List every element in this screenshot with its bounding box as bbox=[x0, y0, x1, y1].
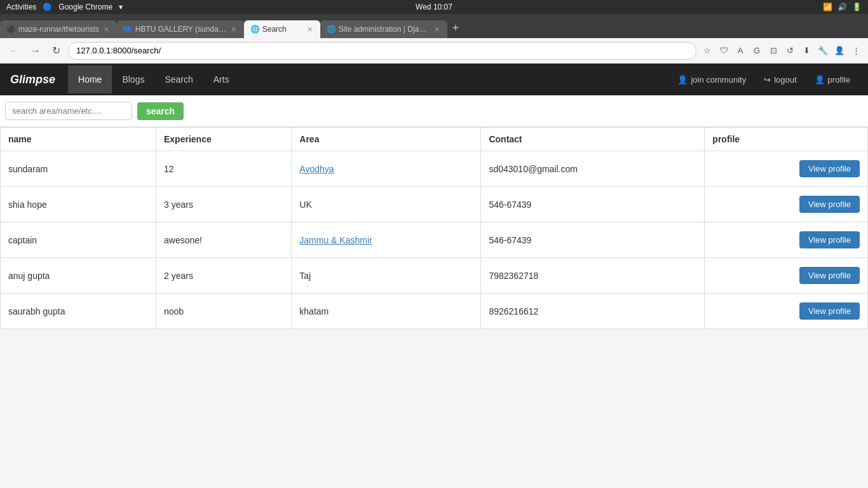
results-table-container: name Experience Area Contact profile sun… bbox=[0, 127, 868, 329]
forward-button[interactable]: → bbox=[27, 43, 44, 59]
tab-close-2[interactable]: ✕ bbox=[229, 24, 238, 35]
cell-experience: noob bbox=[156, 294, 292, 329]
col-experience: Experience bbox=[156, 128, 292, 151]
ext4-icon[interactable]: ↺ bbox=[783, 44, 797, 58]
cell-profile: View profile bbox=[705, 151, 868, 187]
bookmark-icon[interactable]: ☆ bbox=[700, 44, 714, 58]
col-area: Area bbox=[292, 128, 481, 151]
table-row: sundaram12Ayodhyasd043010@gmail.comView … bbox=[1, 151, 868, 187]
search-button[interactable]: search bbox=[137, 102, 184, 120]
cell-name: anuj gupta bbox=[1, 258, 156, 294]
profile-button[interactable]: 👤 profile bbox=[807, 70, 858, 90]
menu-button[interactable]: ⋮ bbox=[849, 44, 863, 58]
table-row: anuj gupta2 yearsTaj7982362718View profi… bbox=[1, 258, 868, 294]
ext1-icon[interactable]: A bbox=[733, 44, 747, 58]
view-profile-button[interactable]: View profile bbox=[799, 231, 860, 248]
cell-experience: 3 years bbox=[156, 187, 292, 222]
cell-contact: 546-67439 bbox=[481, 222, 705, 258]
join-community-button[interactable]: 👤 join community bbox=[670, 70, 754, 90]
profile-label: profile bbox=[828, 75, 850, 85]
area-link[interactable]: Ayodhya bbox=[299, 164, 334, 174]
tab-bar: ⚫ maze-runnar/thetourists ✕ hb HBTU GALL… bbox=[0, 14, 868, 38]
os-clock: Wed 10:07 bbox=[416, 3, 452, 11]
profile-icon: 👤 bbox=[815, 75, 825, 85]
cell-name: sundaram bbox=[1, 151, 156, 187]
globe-icon: 🌐 bbox=[250, 25, 259, 34]
ext6-icon[interactable]: 🔧 bbox=[816, 44, 830, 58]
shield-icon[interactable]: 🛡 bbox=[717, 44, 731, 58]
cell-contact: 8926216612 bbox=[481, 294, 705, 329]
app-nav-right: 👤 join community ↪ logout 👤 profile bbox=[670, 70, 858, 90]
nav-blogs[interactable]: Blogs bbox=[112, 65, 154, 93]
tab-close-1[interactable]: ✕ bbox=[102, 24, 111, 35]
power-icon: 🔋 bbox=[852, 3, 862, 11]
cell-experience: 12 bbox=[156, 151, 292, 187]
ext2-icon[interactable]: G bbox=[750, 44, 764, 58]
hbtu-icon: hb bbox=[123, 25, 132, 34]
tab-search[interactable]: 🌐 Search ✕ bbox=[244, 20, 320, 38]
cell-profile: View profile bbox=[705, 187, 868, 222]
tab-title-1: maze-runnar/thetourists bbox=[18, 25, 99, 34]
tab-hbtu[interactable]: hb HBTU GALLERY (sundara… ✕ bbox=[117, 20, 244, 38]
dropdown-arrow[interactable]: ▾ bbox=[119, 3, 123, 11]
join-community-label: join community bbox=[691, 75, 746, 85]
ext3-icon[interactable]: ⊡ bbox=[766, 44, 780, 58]
back-button[interactable]: ← bbox=[5, 43, 23, 59]
tab-title-2: HBTU GALLERY (sundara… bbox=[135, 25, 226, 34]
view-profile-button[interactable]: View profile bbox=[799, 267, 860, 284]
cell-experience: 2 years bbox=[156, 258, 292, 294]
tab-django-admin[interactable]: 🌐 Site administration | Djan… ✕ bbox=[320, 20, 447, 38]
col-name: name bbox=[1, 128, 156, 151]
cell-area: UK bbox=[292, 187, 481, 222]
nav-home[interactable]: Home bbox=[68, 65, 112, 93]
cell-area: khatam bbox=[292, 294, 481, 329]
col-profile: profile bbox=[705, 128, 868, 151]
cell-profile: View profile bbox=[705, 222, 868, 258]
view-profile-button[interactable]: View profile bbox=[799, 160, 860, 177]
nav-arts[interactable]: Arts bbox=[203, 65, 240, 93]
ext5-icon[interactable]: ⬇ bbox=[799, 44, 813, 58]
nav-search[interactable]: Search bbox=[154, 65, 203, 93]
cell-area: Ayodhya bbox=[292, 151, 481, 187]
app-brand[interactable]: Glimpse bbox=[10, 73, 55, 86]
url-bar[interactable] bbox=[68, 42, 696, 60]
view-profile-button[interactable]: View profile bbox=[799, 196, 860, 213]
toolbar-icons: ☆ 🛡 A G ⊡ ↺ ⬇ 🔧 👤 ⋮ bbox=[700, 44, 863, 58]
tab-title-4: Site administration | Djan… bbox=[339, 25, 430, 34]
cell-profile: View profile bbox=[705, 294, 868, 329]
os-bar: Activities 🔵 Google Chrome ▾ Wed 10:07 📶… bbox=[0, 0, 868, 14]
django-icon: 🌐 bbox=[327, 25, 336, 34]
tab-title-3: Search bbox=[262, 25, 302, 34]
tab-close-4[interactable]: ✕ bbox=[433, 24, 441, 35]
cell-contact: 546-67439 bbox=[481, 187, 705, 222]
cell-name: saurabh gupta bbox=[1, 294, 156, 329]
area-link[interactable]: Jammu & Kashmir bbox=[299, 235, 372, 245]
cell-name: shia hope bbox=[1, 187, 156, 222]
wifi-icon: 📶 bbox=[823, 3, 832, 11]
tab-close-3[interactable]: ✕ bbox=[306, 24, 314, 35]
reload-button[interactable]: ↻ bbox=[48, 42, 64, 59]
activities-label[interactable]: Activities bbox=[6, 3, 36, 11]
user-plus-icon: 👤 bbox=[677, 75, 688, 85]
new-tab-button[interactable]: + bbox=[447, 22, 465, 35]
github-icon: ⚫ bbox=[6, 25, 15, 34]
logout-button[interactable]: ↪ logout bbox=[756, 70, 804, 90]
cell-contact: 7982362718 bbox=[481, 258, 705, 294]
search-input[interactable] bbox=[5, 102, 132, 120]
table-header: name Experience Area Contact profile bbox=[1, 128, 868, 151]
profile-avatar[interactable]: 👤 bbox=[832, 44, 846, 58]
cell-profile: View profile bbox=[705, 258, 868, 294]
results-table: name Experience Area Contact profile sun… bbox=[0, 127, 868, 329]
tab-maze-runnar[interactable]: ⚫ maze-runnar/thetourists ✕ bbox=[0, 20, 117, 38]
address-bar: ← → ↻ ☆ 🛡 A G ⊡ ↺ ⬇ 🔧 👤 ⋮ bbox=[0, 38, 868, 64]
logout-label: logout bbox=[774, 75, 796, 85]
view-profile-button[interactable]: View profile bbox=[799, 302, 860, 320]
table-row: saurabh guptanoobkhatam8926216612View pr… bbox=[1, 294, 868, 329]
app-navbar: Glimpse Home Blogs Search Arts 👤 join co… bbox=[0, 64, 868, 95]
cell-contact: sd043010@gmail.com bbox=[481, 151, 705, 187]
browser-name: Google Chrome bbox=[58, 3, 112, 11]
table-row: captainawesone!Jammu & Kashmir546-67439V… bbox=[1, 222, 868, 258]
col-contact: Contact bbox=[481, 128, 705, 151]
search-area: search bbox=[0, 95, 868, 127]
table-body: sundaram12Ayodhyasd043010@gmail.comView … bbox=[1, 151, 868, 329]
